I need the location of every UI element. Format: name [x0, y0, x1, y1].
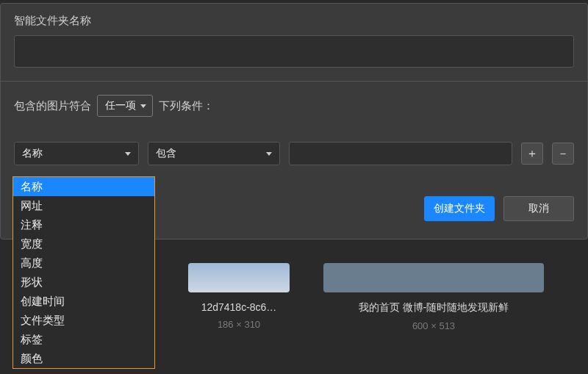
thumbnail-image [188, 263, 290, 292]
field-option[interactable]: 形状 [13, 273, 154, 292]
chevron-down-icon [140, 104, 146, 108]
field-option[interactable]: 高度 [13, 253, 154, 273]
cancel-label: 取消 [528, 202, 549, 215]
field-option[interactable]: 网址 [13, 196, 154, 215]
create-label: 创建文件夹 [434, 202, 485, 215]
remove-rule-button[interactable]: － [552, 143, 574, 165]
condition-header: 包含的图片符合 任一项 下列条件： [1, 82, 587, 123]
condition-prefix: 包含的图片符合 [14, 99, 91, 113]
thumbnail-image [323, 263, 544, 292]
rule-value-input[interactable] [289, 142, 512, 165]
chevron-down-icon [266, 152, 272, 156]
rule-field-label: 名称 [22, 147, 43, 160]
field-dropdown: 名称网址注释宽度高度形状创建时间文件类型标签颜色 [12, 176, 155, 369]
minus-icon: － [557, 146, 569, 162]
thumbnail-dimensions: 186 × 310 [184, 319, 294, 330]
field-option[interactable]: 颜色 [13, 349, 154, 368]
condition-suffix: 下列条件： [159, 99, 214, 113]
rule-operator-select[interactable]: 包含 [148, 142, 280, 165]
field-option[interactable]: 宽度 [13, 234, 154, 253]
create-folder-button[interactable]: 创建文件夹 [424, 196, 495, 221]
match-mode-label: 任一项 [105, 99, 136, 112]
thumbnail-caption: 12d7418c-8c6… [184, 301, 294, 313]
field-option[interactable]: 注释 [13, 215, 154, 234]
rule-field-select[interactable]: 名称 [14, 142, 139, 165]
thumbnail-item[interactable]: 我的首页 微博-随时随地发现新鲜 600 × 513 [323, 263, 544, 331]
rule-operator-label: 包含 [156, 147, 176, 160]
rule-row: 名称 包含 ＋ － [1, 123, 587, 176]
field-option[interactable]: 创建时间 [13, 292, 154, 311]
add-rule-button[interactable]: ＋ [521, 143, 543, 165]
field-option[interactable]: 名称 [13, 177, 154, 196]
thumbnail-item[interactable]: 12d7418c-8c6… 186 × 310 [184, 263, 294, 331]
field-option[interactable]: 标签 [13, 330, 154, 349]
field-option[interactable]: 文件类型 [13, 311, 154, 330]
folder-name-input[interactable] [14, 35, 574, 68]
thumbnail-caption: 我的首页 微博-随时随地发现新鲜 [323, 301, 544, 314]
chevron-down-icon [125, 152, 131, 156]
name-label: 智能文件夹名称 [14, 14, 574, 28]
match-mode-select[interactable]: 任一项 [97, 95, 153, 117]
cancel-button[interactable]: 取消 [503, 196, 574, 221]
plus-icon: ＋ [526, 146, 538, 162]
thumbnail-dimensions: 600 × 513 [323, 320, 544, 331]
